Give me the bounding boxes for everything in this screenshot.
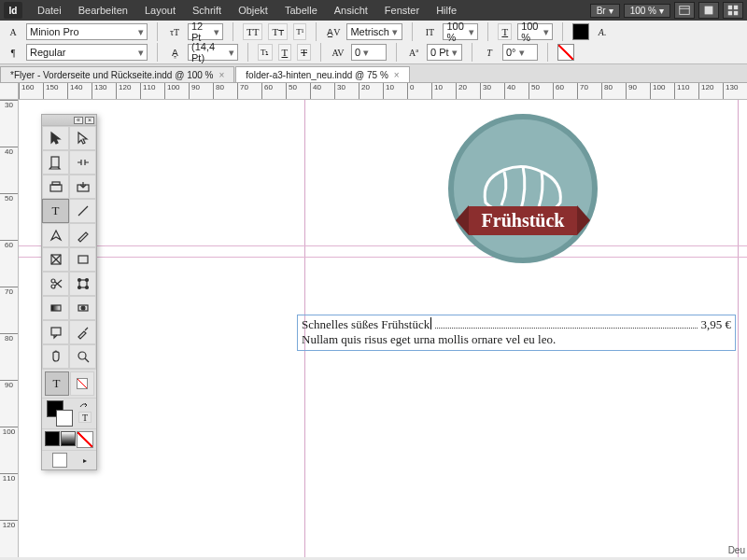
ruler-origin[interactable] <box>0 83 19 100</box>
gradient-feather-tool[interactable] <box>69 296 96 320</box>
menu-objekt[interactable]: Objekt <box>231 3 275 18</box>
superscript-button[interactable]: T¹ <box>293 23 306 40</box>
menu-hilfe[interactable]: Hilfe <box>429 3 464 18</box>
char-style-a-icon[interactable]: A. <box>595 24 610 39</box>
rectangle-tool[interactable] <box>69 247 96 272</box>
skew-field[interactable]: 0°▾ <box>502 44 538 61</box>
doc-tab-flyer[interactable]: *Flyer - Vorderseite und Rückseite.indd … <box>0 66 234 82</box>
close-icon[interactable]: × <box>218 70 224 80</box>
swap-fill-stroke-icon[interactable] <box>78 400 90 410</box>
ruler-vertical[interactable]: 30405060708090100110120 <box>0 100 19 557</box>
fill-swatch[interactable] <box>572 23 589 40</box>
svg-point-23 <box>78 287 80 289</box>
content-placer-tool[interactable] <box>69 175 96 199</box>
svg-point-17 <box>51 279 55 283</box>
leading-field[interactable]: (14,4 Pt)▾ <box>188 44 238 61</box>
apply-to-text-button[interactable]: T <box>45 371 69 396</box>
arrange-docs-icon[interactable] <box>723 2 743 19</box>
format-container-icon[interactable]: T <box>78 412 92 423</box>
svg-rect-4 <box>734 6 738 9</box>
underline-t-icon[interactable]: T <box>498 23 512 40</box>
ruler-guide[interactable] <box>19 245 747 246</box>
type-tool[interactable]: T <box>42 199 69 223</box>
view-options-icon[interactable] <box>674 2 695 19</box>
svg-point-24 <box>85 287 88 289</box>
page-tool[interactable] <box>42 150 69 175</box>
apply-none-button[interactable] <box>77 431 93 448</box>
svg-line-11 <box>78 206 88 216</box>
smallcaps-button[interactable]: Tᴛ <box>268 23 288 40</box>
hand-tool[interactable] <box>42 344 69 369</box>
menu-ansicht[interactable]: Ansicht <box>327 3 375 18</box>
allcaps-button[interactable]: TT <box>243 23 262 40</box>
menu-item-row: Schnelles süßes Frühstück 3,95 € <box>302 317 731 332</box>
menu-schrift[interactable]: Schrift <box>185 3 229 18</box>
font-family-dropdown[interactable]: Minion Pro▾ <box>26 23 148 40</box>
pen-tool[interactable] <box>42 223 69 247</box>
underline-button[interactable]: T <box>278 44 292 61</box>
gradient-swatch-tool[interactable] <box>42 296 69 320</box>
screen-mode-icon[interactable] <box>698 2 719 19</box>
panel-header[interactable]: « × <box>42 115 96 126</box>
apply-color-button[interactable] <box>45 431 60 446</box>
close-icon[interactable]: × <box>85 117 94 124</box>
leading-icon: A͇ <box>167 45 182 60</box>
document-canvas[interactable]: Frühstück Schnelles süßes Frühstück 3,95… <box>19 100 747 557</box>
zoom-tool[interactable] <box>69 344 96 369</box>
swap-default-button[interactable] <box>70 371 94 396</box>
note-tool[interactable] <box>42 320 69 344</box>
font-style-dropdown[interactable]: Regular▾ <box>26 44 148 61</box>
para-format-icon[interactable]: ¶ <box>6 45 21 60</box>
svg-rect-5 <box>728 11 732 15</box>
ruler-guide[interactable] <box>19 257 747 258</box>
svg-rect-28 <box>51 328 61 335</box>
ruler-horizontal[interactable]: 1601501401301201101009080706050403020100… <box>19 83 747 100</box>
direct-selection-tool[interactable] <box>69 126 96 150</box>
menu-tabelle[interactable]: Tabelle <box>277 3 325 18</box>
svg-point-27 <box>81 306 85 310</box>
svg-rect-15 <box>78 256 88 263</box>
doc-tab-folder[interactable]: folder-a3-hinten_neu.indd @ 75 %× <box>235 66 409 82</box>
text-frame[interactable]: Schnelles süßes Frühstück 3,95 € Nullam … <box>297 315 736 351</box>
apply-gradient-button[interactable] <box>61 431 76 446</box>
control-panel: A Minion Pro▾ τT 12 Pt▾ TT Tᴛ T¹ A̲V Met… <box>0 21 747 64</box>
char-format-a-icon[interactable]: A <box>6 24 21 39</box>
pencil-tool[interactable] <box>69 223 96 247</box>
view-mode-normal-icon[interactable] <box>52 453 67 468</box>
view-mode-arrow-icon[interactable]: ▸ <box>83 456 87 465</box>
collapse-icon[interactable]: « <box>74 117 83 124</box>
scissors-tool[interactable] <box>42 272 69 296</box>
ribbon-banner: Frühstück <box>456 205 591 235</box>
free-transform-tool[interactable] <box>69 272 96 296</box>
menu-fenster[interactable]: Fenster <box>377 3 427 18</box>
eyedropper-tool[interactable] <box>69 320 96 344</box>
tab-label: *Flyer - Vorderseite und Rückseite.indd … <box>10 70 213 80</box>
stroke-swatch-none[interactable] <box>557 44 574 61</box>
svg-rect-6 <box>734 11 738 15</box>
kerning-dropdown[interactable]: Metrisch▾ <box>346 23 402 40</box>
badge-graphic[interactable]: Frühstück <box>420 114 626 263</box>
line-tool[interactable] <box>69 199 96 223</box>
font-size-field[interactable]: 12 Pt▾ <box>188 23 223 40</box>
gap-tool[interactable] <box>69 150 96 175</box>
badge-circle <box>448 114 598 263</box>
svg-rect-7 <box>51 157 59 167</box>
menu-bearbeiten[interactable]: Bearbeiten <box>71 3 135 18</box>
strike-button[interactable]: T <box>297 44 311 61</box>
subscript-button[interactable]: T₁ <box>258 44 273 61</box>
tracking-field[interactable]: 0▾ <box>351 44 387 61</box>
selection-tool[interactable] <box>42 126 69 150</box>
svg-rect-25 <box>51 305 61 311</box>
tools-panel[interactable]: « × T T <box>41 114 97 470</box>
menu-layout[interactable]: Layout <box>137 3 183 18</box>
content-collector-tool[interactable] <box>42 175 69 199</box>
hscale-field[interactable]: 100 %▾ <box>517 23 553 40</box>
zoom-level-dropdown[interactable]: 100 %▾ <box>624 4 670 18</box>
vscale-field[interactable]: 100 %▾ <box>443 23 478 40</box>
close-icon[interactable]: × <box>394 70 400 80</box>
bridge-button[interactable]: Br▾ <box>590 4 620 18</box>
menu-datei[interactable]: Datei <box>30 3 69 18</box>
fill-stroke-swatch[interactable] <box>47 400 73 427</box>
rect-frame-tool[interactable] <box>42 247 69 272</box>
baseline-field[interactable]: 0 Pt▾ <box>427 44 462 61</box>
